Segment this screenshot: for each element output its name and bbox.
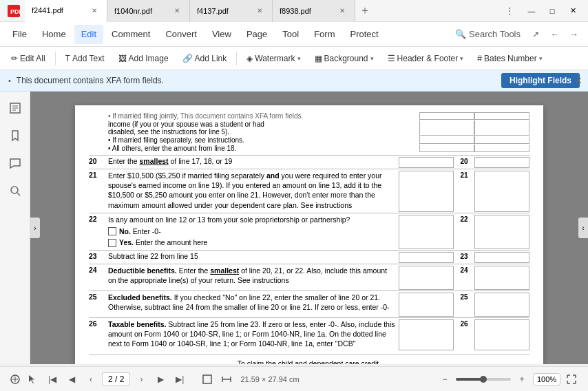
total-pages: 2 xyxy=(120,374,125,384)
header-footer-button[interactable]: ☰ Header & Footer xyxy=(382,50,470,67)
page-indicator[interactable]: 2 / 2 xyxy=(102,372,130,386)
next-page-button[interactable]: ▶ xyxy=(152,371,169,388)
close-button[interactable]: ✕ xyxy=(563,1,582,21)
tab-f4137-label: f4137.pdf xyxy=(197,7,251,15)
xfa-banner: • This document contains XFA form fields… xyxy=(0,70,588,92)
main-area: › ‹ • If married filing jointly, This do… xyxy=(0,92,588,364)
prev-page-button[interactable]: ◀ xyxy=(63,371,80,388)
next-small-button[interactable]: › xyxy=(133,371,149,388)
left-panel xyxy=(0,92,30,364)
menu-page[interactable]: Page xyxy=(240,25,274,44)
current-page: 2 xyxy=(108,374,113,384)
zoom-out-button[interactable]: − xyxy=(437,371,453,388)
tab-f2441-close[interactable]: ✕ xyxy=(89,5,100,16)
tab-f1040nr-label: f1040nr.pdf xyxy=(114,7,169,15)
page-separator: / xyxy=(115,374,120,384)
add-text-button[interactable]: T Add Text xyxy=(60,50,110,67)
svg-line-7 xyxy=(17,193,20,196)
back-icon[interactable]: ← xyxy=(547,26,563,43)
tab-f8938[interactable]: f8938.pdf ✕ xyxy=(273,0,355,22)
xfa-message: This document contains XFA form fields. xyxy=(17,76,496,85)
svg-text:PDF: PDF xyxy=(10,8,20,15)
cursor-tool[interactable] xyxy=(8,372,22,386)
search-tools-label: Search Tools xyxy=(469,29,521,39)
fit-page-button[interactable] xyxy=(199,371,216,388)
menu-comment[interactable]: Comment xyxy=(105,25,157,44)
search-icon: 🔍 xyxy=(455,29,466,39)
header-icon: ☰ xyxy=(388,54,395,63)
pencil-icon: ✏ xyxy=(11,54,18,63)
toolbar-separator-2 xyxy=(236,52,237,65)
full-screen-button[interactable] xyxy=(563,371,580,388)
page-thumbnail-button[interactable] xyxy=(4,97,26,119)
document-content: • If married filing jointly, This docume… xyxy=(75,105,543,364)
add-text-label: Add Text xyxy=(72,54,104,63)
add-image-button[interactable]: 🖼 Add Image xyxy=(113,50,174,67)
prev-small-button[interactable]: ‹ xyxy=(83,371,99,388)
watermark-button[interactable]: ◈ Watermark xyxy=(241,50,306,67)
fit-width-button[interactable] xyxy=(218,371,235,388)
title-bar: PDF f2441.pdf ✕ f1040nr.pdf ✕ f4137.pdf … xyxy=(0,0,588,22)
tab-f2441[interactable]: f2441.pdf ✕ xyxy=(25,0,107,22)
zoom-level-display[interactable]: 100% xyxy=(533,373,560,385)
tab-f1040nr[interactable]: f1040nr.pdf ✕ xyxy=(107,0,190,22)
highlight-fields-button[interactable]: Highlight Fields xyxy=(501,73,580,88)
search-panel-button[interactable] xyxy=(4,180,26,202)
zoom-controls: − + 100% xyxy=(437,371,580,388)
bates-number-button[interactable]: # Bates Number xyxy=(472,50,547,67)
external-link-icon[interactable]: ↗ xyxy=(527,26,544,43)
bookmark-button[interactable] xyxy=(4,125,26,147)
document-page: • If married filing jointly, This docume… xyxy=(75,105,543,364)
background-icon: ▦ xyxy=(315,54,322,63)
background-button[interactable]: ▦ Background xyxy=(309,50,379,67)
menu-edit[interactable]: Edit xyxy=(74,25,103,44)
add-link-button[interactable]: 🔗 Add Link xyxy=(177,50,233,67)
new-tab-button[interactable]: ＋ xyxy=(355,0,375,22)
tab-f4137-close[interactable]: ✕ xyxy=(254,6,265,17)
expand-left-panel[interactable]: › xyxy=(30,218,40,238)
link-icon: 🔗 xyxy=(182,54,193,63)
zoom-in-button[interactable]: + xyxy=(514,371,530,388)
tab-f8938-close[interactable]: ✕ xyxy=(337,6,348,17)
add-link-label: Add Link xyxy=(195,54,227,63)
text-icon: T xyxy=(65,54,70,63)
toolbar-separator-1 xyxy=(55,52,56,65)
tab-list: f2441.pdf ✕ f1040nr.pdf ✕ f4137.pdf ✕ f8… xyxy=(25,0,501,22)
menu-file[interactable]: File xyxy=(6,25,34,44)
svg-point-6 xyxy=(11,187,18,193)
edit-all-button[interactable]: ✏ Edit All xyxy=(6,50,51,67)
menu-home[interactable]: Home xyxy=(35,25,73,44)
bottom-bar: |◀ ◀ ‹ 2 / 2 › ▶ ▶| 21.59 × 27.94 cm − +… xyxy=(0,366,588,391)
more-options-icon[interactable]: ⋮ xyxy=(501,3,518,19)
menu-convert[interactable]: Convert xyxy=(158,25,204,44)
maximize-button[interactable]: □ xyxy=(543,1,562,21)
tab-f8938-label: f8938.pdf xyxy=(280,7,334,15)
svg-rect-11 xyxy=(203,375,211,383)
menu-tool[interactable]: Tool xyxy=(275,25,306,44)
header-footer-label: Header & Footer xyxy=(397,54,459,63)
bates-number-label: Bates Number xyxy=(484,54,537,63)
xfa-close-icon[interactable]: ✕ xyxy=(574,75,582,86)
tab-f1040nr-close[interactable]: ✕ xyxy=(171,6,182,17)
edit-all-label: Edit All xyxy=(20,54,45,63)
menu-protect[interactable]: Protect xyxy=(343,25,385,44)
menu-view[interactable]: View xyxy=(205,25,238,44)
section-header: To claim the child and dependent care cr… xyxy=(89,355,529,364)
minimize-button[interactable]: — xyxy=(522,1,541,21)
edit-toolbar: ✏ Edit All T Add Text 🖼 Add Image 🔗 Add … xyxy=(0,47,588,70)
zoom-slider[interactable] xyxy=(456,378,511,381)
comment-button[interactable] xyxy=(4,152,26,174)
document-container[interactable]: • If married filing jointly, This docume… xyxy=(40,92,578,364)
menu-search-area[interactable]: 🔍 Search Tools xyxy=(455,29,521,39)
watermark-icon: ◈ xyxy=(246,54,253,63)
expand-right-panel[interactable]: ‹ xyxy=(578,218,588,238)
last-page-button[interactable]: ▶| xyxy=(171,371,188,388)
tab-f4137[interactable]: f4137.pdf ✕ xyxy=(190,0,273,22)
first-page-button[interactable]: |◀ xyxy=(44,371,61,388)
zoom-thumb xyxy=(480,376,487,383)
select-tool[interactable] xyxy=(25,372,39,386)
forward-icon[interactable]: → xyxy=(566,26,582,43)
zoom-fill xyxy=(456,378,483,381)
image-icon: 🖼 xyxy=(118,54,127,63)
menu-form[interactable]: Form xyxy=(307,25,342,44)
